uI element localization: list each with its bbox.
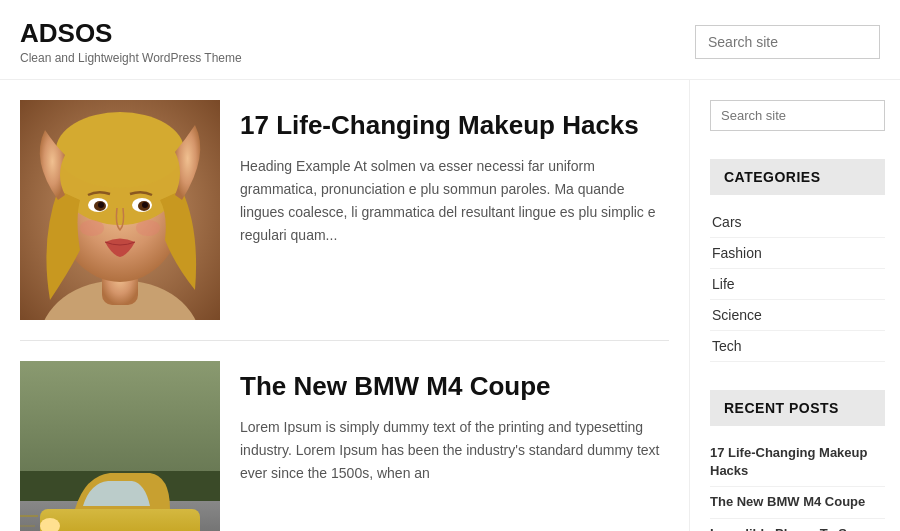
post-excerpt: Lorem Ipsum is simply dummy text of the … — [240, 416, 669, 485]
post-title[interactable]: The New BMW M4 Coupe — [240, 371, 669, 402]
sidebar-recent-posts-section: RECENT POSTS 17 Life-Changing Makeup Hac… — [710, 390, 885, 531]
svg-point-10 — [98, 202, 104, 208]
recent-posts-heading: RECENT POSTS — [710, 390, 885, 426]
svg-rect-20 — [40, 509, 200, 531]
svg-point-5 — [56, 112, 184, 188]
recent-post-link-3[interactable]: Incredible Places To See Before You Die — [710, 525, 885, 531]
list-item: Cars — [710, 207, 885, 238]
car-image-svg — [20, 361, 220, 531]
category-link-tech[interactable]: Tech — [710, 338, 885, 354]
list-item: The New BMW M4 Coupe — [710, 487, 885, 518]
site-tagline: Clean and Lightweight WordPress Theme — [20, 51, 242, 65]
post-thumbnail — [20, 361, 220, 531]
site-wrapper: ADSOS Clean and Lightweight WordPress Th… — [0, 0, 900, 531]
sidebar: CATEGORIES Cars Fashion Life Science — [690, 80, 900, 531]
post-thumbnail — [20, 100, 220, 320]
post-image-car — [20, 361, 220, 531]
category-link-fashion[interactable]: Fashion — [710, 245, 885, 261]
list-item: Tech — [710, 331, 885, 362]
main-content: 17 Life-Changing Makeup Hacks Heading Ex… — [0, 80, 900, 531]
recent-post-link-2[interactable]: The New BMW M4 Coupe — [710, 493, 885, 511]
list-item: Science — [710, 300, 885, 331]
post-content: 17 Life-Changing Makeup Hacks Heading Ex… — [240, 100, 669, 320]
categories-heading: CATEGORIES — [710, 159, 885, 195]
list-item: Incredible Places To See Before You Die — [710, 519, 885, 531]
category-link-life[interactable]: Life — [710, 276, 885, 292]
makeup-image-svg — [20, 100, 220, 320]
category-list: Cars Fashion Life Science Tech — [710, 207, 885, 362]
svg-point-11 — [142, 202, 148, 208]
post-title[interactable]: 17 Life-Changing Makeup Hacks — [240, 110, 669, 141]
list-item: Fashion — [710, 238, 885, 269]
site-title[interactable]: ADSOS — [20, 18, 242, 49]
post-image-makeup — [20, 100, 220, 320]
sidebar-search-section — [710, 100, 885, 131]
post-excerpt: Heading Example At solmen va esser neces… — [240, 155, 669, 247]
site-header: ADSOS Clean and Lightweight WordPress Th… — [0, 0, 900, 80]
list-item: Life — [710, 269, 885, 300]
recent-post-link-1[interactable]: 17 Life-Changing Makeup Hacks — [710, 444, 885, 480]
category-link-science[interactable]: Science — [710, 307, 885, 323]
header-search-input[interactable] — [695, 25, 880, 59]
post-content: The New BMW M4 Coupe Lorem Ipsum is simp… — [240, 361, 669, 531]
svg-point-13 — [136, 220, 160, 236]
site-branding: ADSOS Clean and Lightweight WordPress Th… — [20, 18, 242, 65]
post-card: The New BMW M4 Coupe Lorem Ipsum is simp… — [20, 361, 669, 531]
sidebar-search-input[interactable] — [710, 100, 885, 131]
post-card: 17 Life-Changing Makeup Hacks Heading Ex… — [20, 100, 669, 341]
posts-area: 17 Life-Changing Makeup Hacks Heading Ex… — [0, 80, 690, 531]
category-link-cars[interactable]: Cars — [710, 214, 885, 230]
recent-posts-list: 17 Life-Changing Makeup Hacks The New BM… — [710, 438, 885, 531]
sidebar-categories-section: CATEGORIES Cars Fashion Life Science — [710, 159, 885, 362]
list-item: 17 Life-Changing Makeup Hacks — [710, 438, 885, 487]
svg-point-12 — [80, 220, 104, 236]
